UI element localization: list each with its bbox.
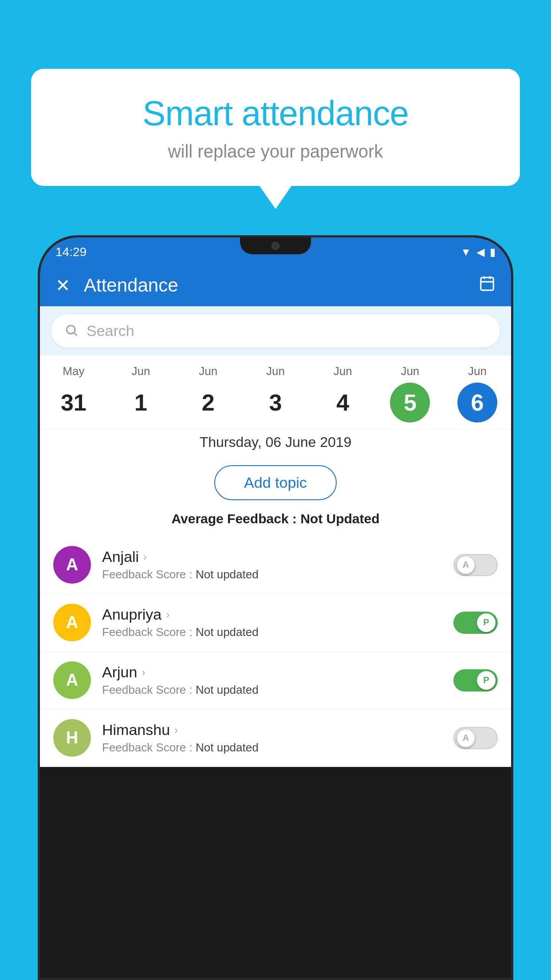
speech-bubble-container: Smart attendance will replace your paper… xyxy=(31,69,520,186)
chevron-right-icon: › xyxy=(166,609,169,621)
avatar: A xyxy=(53,661,91,699)
calendar-day[interactable]: Jun3 xyxy=(247,364,304,423)
svg-line-5 xyxy=(74,333,77,336)
calendar-day[interactable]: Jun4 xyxy=(314,364,372,423)
bubble-title: Smart attendance xyxy=(58,93,493,134)
student-name: Himanshu › xyxy=(102,721,442,739)
day-month-label: Jun xyxy=(199,364,217,378)
chevron-right-icon: › xyxy=(142,666,145,679)
calendar-icon[interactable] xyxy=(479,275,496,296)
phone-frame: 14:29 ▼ ◀ ▮ ✕ Attendance xyxy=(38,235,513,980)
page-title: Attendance xyxy=(84,275,465,296)
camera-dot xyxy=(272,242,279,250)
avg-feedback: Average Feedback : Not Updated xyxy=(40,509,511,536)
day-number[interactable]: 4 xyxy=(323,383,363,423)
wifi-icon: ▼ xyxy=(460,246,471,258)
speech-bubble: Smart attendance will replace your paper… xyxy=(31,69,520,186)
student-info: Anupriya ›Feedback Score : Not updated xyxy=(102,606,442,639)
avatar: H xyxy=(53,719,91,757)
search-input[interactable]: Search xyxy=(87,322,134,340)
day-number[interactable]: 31 xyxy=(54,383,94,423)
add-topic-button[interactable]: Add topic xyxy=(214,465,337,500)
avg-feedback-label: Average Feedback : xyxy=(171,511,300,526)
day-month-label: May xyxy=(63,364,84,378)
student-info: Anjali ›Feedback Score : Not updated xyxy=(102,548,442,581)
phone-screen: 14:29 ▼ ◀ ▮ ✕ Attendance xyxy=(40,237,511,978)
avatar: A xyxy=(53,546,91,584)
calendar-strip: May31Jun1Jun2Jun3Jun4Jun5Jun6 xyxy=(40,356,511,429)
student-item[interactable]: HHimanshu ›Feedback Score : Not updatedA xyxy=(40,709,511,767)
avg-feedback-value: Not Updated xyxy=(300,511,379,526)
search-container: Search xyxy=(40,306,511,356)
calendar-day[interactable]: Jun2 xyxy=(179,364,237,423)
avatar: A xyxy=(53,604,91,641)
status-icons: ▼ ◀ ▮ xyxy=(460,246,496,258)
day-number[interactable]: 2 xyxy=(188,383,228,423)
day-number[interactable]: 1 xyxy=(121,383,161,423)
student-item[interactable]: AAnjali ›Feedback Score : Not updatedA xyxy=(40,536,511,594)
day-number[interactable]: 6 xyxy=(457,383,497,423)
toggle-knob: P xyxy=(477,671,496,690)
day-number[interactable]: 5 xyxy=(390,383,430,423)
chevron-right-icon: › xyxy=(174,724,178,736)
close-button[interactable]: ✕ xyxy=(55,275,71,296)
student-name: Anjali › xyxy=(102,548,442,565)
calendar-day[interactable]: Jun5 xyxy=(381,364,439,423)
add-topic-container: Add topic xyxy=(40,458,511,509)
student-feedback: Feedback Score : Not updated xyxy=(102,683,442,697)
student-name: Anupriya › xyxy=(102,606,442,623)
app-header: ✕ Attendance xyxy=(40,264,511,306)
attendance-toggle[interactable]: A xyxy=(453,554,498,576)
day-number[interactable]: 3 xyxy=(256,383,295,423)
day-month-label: Jun xyxy=(266,364,285,378)
calendar-day[interactable]: May31 xyxy=(45,364,102,423)
student-feedback: Feedback Score : Not updated xyxy=(102,741,442,755)
bubble-subtitle: will replace your paperwork xyxy=(58,142,493,162)
student-info: Arjun ›Feedback Score : Not updated xyxy=(102,664,442,697)
student-list: AAnjali ›Feedback Score : Not updatedAAA… xyxy=(40,536,511,767)
day-month-label: Jun xyxy=(401,364,419,378)
svg-rect-0 xyxy=(481,277,494,290)
student-item[interactable]: AAnupriya ›Feedback Score : Not updatedP xyxy=(40,594,511,652)
svg-point-4 xyxy=(67,325,75,334)
student-name: Arjun › xyxy=(102,664,442,681)
search-icon xyxy=(64,323,79,339)
student-item[interactable]: AArjun ›Feedback Score : Not updatedP xyxy=(40,652,511,709)
student-feedback: Feedback Score : Not updated xyxy=(102,568,442,581)
toggle-knob: A xyxy=(457,556,475,574)
battery-icon: ▮ xyxy=(490,246,496,258)
toggle-knob: A xyxy=(457,729,475,747)
attendance-toggle[interactable]: A xyxy=(453,727,498,749)
day-month-label: Jun xyxy=(132,364,150,378)
student-feedback: Feedback Score : Not updated xyxy=(102,625,442,639)
calendar-day[interactable]: Jun1 xyxy=(112,364,170,423)
search-bar[interactable]: Search xyxy=(51,314,500,348)
signal-icon: ◀ xyxy=(476,246,484,258)
student-info: Himanshu ›Feedback Score : Not updated xyxy=(102,721,442,755)
day-month-label: Jun xyxy=(334,364,352,378)
chevron-right-icon: › xyxy=(143,551,147,563)
status-time: 14:29 xyxy=(55,245,87,259)
phone-notch xyxy=(240,237,311,254)
toggle-knob: P xyxy=(477,613,496,632)
calendar-day[interactable]: Jun6 xyxy=(449,364,506,423)
attendance-toggle[interactable]: P xyxy=(453,669,498,692)
selected-date: Thursday, 06 June 2019 xyxy=(40,429,511,458)
attendance-toggle[interactable]: P xyxy=(453,612,498,634)
day-month-label: Jun xyxy=(468,364,487,378)
